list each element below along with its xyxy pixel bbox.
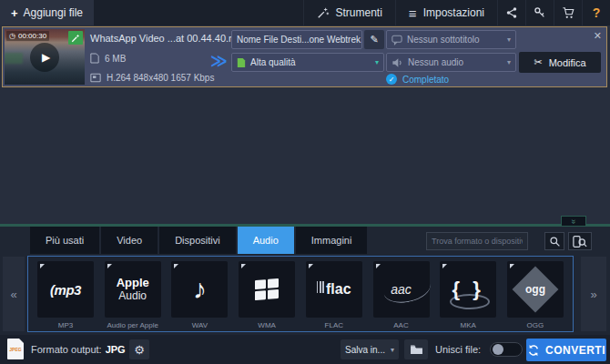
search-icon — [549, 236, 561, 248]
format-panel: Più usati Video Dispositivi Audio Immagi… — [0, 227, 610, 335]
corner-fold-icon — [241, 264, 246, 268]
activation-key-button[interactable] — [525, 0, 554, 25]
source-file-name: WhatsApp Video ...at 00.44.40.mp4 — [90, 33, 248, 44]
codec-row: H.264 848x480 1657 Kbps — [90, 73, 214, 83]
convert-arrows-icon — [527, 344, 540, 357]
share-icon — [505, 6, 518, 19]
file-size-row: 6 MB — [90, 53, 126, 64]
format-tile-aac[interactable]: aac AAC — [373, 261, 430, 331]
format-tile-apple-audio[interactable]: Apple Audio Audio per Apple — [105, 261, 161, 331]
output-format-value: JPG — [106, 344, 126, 355]
chevron-down-icon: ▾ — [507, 58, 511, 66]
scissors-icon: ✂ — [534, 56, 542, 68]
chevron-down-icon: ▾ — [375, 58, 379, 66]
audio-dropdown[interactable]: Nessun audio ▾ — [386, 53, 516, 72]
format-tile-ogg[interactable]: ogg OGG — [507, 261, 564, 331]
chevron-down-icon: ▾ — [391, 346, 394, 354]
duration-value: 00:00:30 — [18, 32, 46, 40]
plus-icon: + — [11, 6, 18, 20]
edit-wand-badge[interactable] — [68, 31, 83, 45]
aac-logo: aac — [391, 282, 412, 297]
search-input[interactable] — [426, 232, 528, 250]
settings-button[interactable]: ≡ Impostazioni — [395, 0, 497, 25]
remove-file-button[interactable]: ✕ — [594, 30, 602, 42]
open-folder-button[interactable] — [404, 339, 428, 359]
add-file-label: Aggiungi file — [24, 6, 83, 19]
format-label: FLAC — [325, 321, 343, 329]
format-tile-wma[interactable]: WMA — [239, 261, 295, 331]
file-row[interactable]: ◷ 00:00:30 ▶ WhatsApp Video ...at 00.44.… — [2, 26, 607, 87]
format-label: MKA — [461, 321, 476, 329]
tab-piu-usati[interactable]: Più usati — [30, 227, 99, 254]
collapse-panel-button[interactable]: » — [561, 216, 586, 226]
close-icon: ✕ — [594, 30, 602, 41]
convert-arrow-icon: ≫ — [210, 51, 228, 71]
shopping-cart-icon — [562, 6, 575, 19]
format-label: OGG — [527, 321, 544, 329]
help-icon: ? — [593, 5, 601, 20]
help-button[interactable]: ? — [582, 0, 610, 25]
share-button[interactable] — [497, 0, 525, 25]
corner-fold-icon — [174, 264, 178, 268]
search-button[interactable] — [544, 232, 564, 250]
scroll-right-button[interactable]: » — [581, 257, 606, 331]
key-icon — [534, 6, 546, 19]
save-in-dropdown[interactable]: Salva in... ▾ — [341, 339, 399, 359]
quality-value: Alta qualità — [250, 57, 295, 67]
tab-audio[interactable]: Audio — [238, 227, 294, 254]
merge-files-label: Unisci file: — [435, 335, 481, 364]
chevron-left-icon: « — [10, 288, 16, 301]
output-format-label: Formato output: JPG — [31, 335, 126, 364]
jpeg-file-icon: JPEG — [7, 339, 24, 359]
tab-dispositivi[interactable]: Dispositivi — [159, 227, 236, 254]
settings-label: Impostazioni — [423, 6, 484, 19]
convert-button[interactable]: CONVERTI — [526, 339, 606, 361]
tab-video[interactable]: Video — [101, 227, 158, 254]
edit-button[interactable]: ✂ Modifica — [519, 52, 601, 73]
bottom-bar: JPEG Formato output: JPG ⚙ Salva in... ▾… — [0, 335, 610, 364]
windows-flag-icon — [255, 278, 279, 300]
format-label: MP3 — [58, 321, 73, 329]
format-tile-strip: (mp3 MP3 Apple Audio Audio per Apple ♪ W… — [27, 256, 574, 332]
output-settings-button[interactable]: ⚙ — [129, 339, 149, 359]
format-tile-mp3[interactable]: (mp3 MP3 — [37, 261, 94, 331]
duration-badge: ◷ 00:00:30 — [6, 31, 49, 41]
format-tile-flac[interactable]: flac FLAC — [306, 261, 362, 331]
scroll-left-button[interactable]: « — [3, 257, 25, 331]
play-button[interactable]: ▶ — [30, 43, 59, 72]
top-bar: + Aggiungi file Strumenti ≡ Impostazioni — [0, 0, 610, 25]
convert-button-label: CONVERTI — [545, 344, 605, 357]
top-right-toolbar: Strumenti ≡ Impostazioni — [303, 0, 610, 25]
video-thumbnail[interactable]: ◷ 00:00:30 ▶ — [5, 29, 85, 85]
status-label: Completato — [402, 75, 449, 85]
format-label: WMA — [258, 321, 276, 329]
quality-file-icon — [237, 57, 246, 68]
tools-button[interactable]: Strumenti — [303, 0, 395, 25]
menu-icon: ≡ — [409, 6, 417, 20]
app-window: + Aggiungi file Strumenti ≡ Impostazioni — [0, 0, 610, 364]
music-note-icon: ♪ — [193, 274, 207, 305]
destination-name-field[interactable]: Nome File Desti...one Webtrek.jpg — [231, 30, 362, 49]
audio-value: Nessun audio — [408, 57, 463, 67]
double-chevron-down-icon: » — [569, 218, 577, 223]
subtitle-dropdown[interactable]: Nessun sottotitolo ▾ — [386, 30, 516, 49]
format-tile-wav[interactable]: ♪ WAV — [171, 261, 228, 331]
format-tile-mka[interactable]: { } MKA — [440, 261, 496, 331]
destination-name: Nome File Desti...one Webtrek.jpg — [237, 35, 362, 45]
speaker-icon — [391, 57, 403, 68]
merge-files-toggle[interactable] — [490, 342, 523, 357]
rename-button[interactable]: ✎ — [364, 30, 384, 49]
mka-logo: { } — [440, 261, 496, 318]
folder-icon — [410, 344, 423, 355]
corner-fold-icon — [40, 264, 45, 268]
corner-fold-icon — [309, 264, 313, 268]
cart-button[interactable] — [554, 0, 582, 25]
apple-audio-logo: Apple Audio — [117, 277, 149, 301]
add-file-button[interactable]: + Aggiungi file — [0, 0, 94, 25]
quality-dropdown[interactable]: Alta qualità ▾ — [231, 53, 384, 72]
magic-wand-icon — [317, 6, 330, 19]
device-search-button[interactable] — [568, 232, 592, 250]
tools-label: Strumenti — [336, 6, 382, 19]
tab-immagini[interactable]: Immagini — [296, 227, 368, 254]
format-tabs: Più usati Video Dispositivi Audio Immagi… — [30, 227, 367, 254]
